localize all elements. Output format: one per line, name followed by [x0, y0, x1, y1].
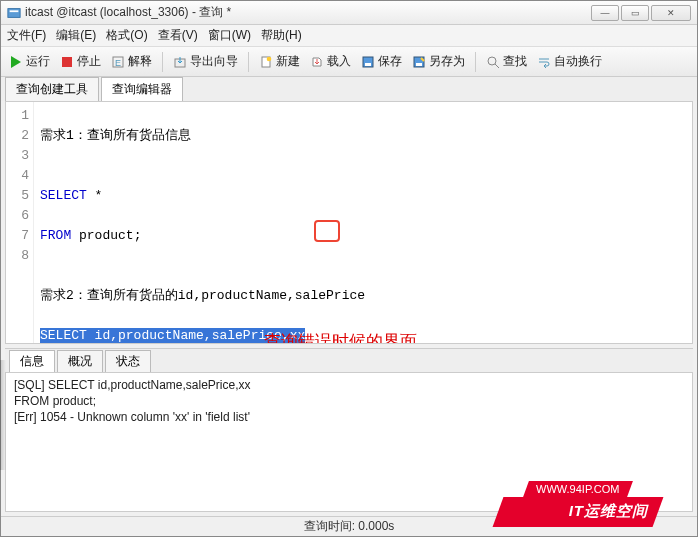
titlebar: itcast @itcast (localhost_3306) - 查询 * —… — [1, 1, 697, 25]
svg-rect-10 — [365, 63, 371, 66]
search-icon — [486, 55, 500, 69]
saveas-icon — [412, 55, 426, 69]
query-time: 查询时间: 0.000s — [304, 518, 395, 535]
explain-icon: E — [111, 55, 125, 69]
tab-info[interactable]: 信息 — [9, 350, 55, 372]
run-button[interactable]: 运行 — [5, 51, 54, 72]
new-button[interactable]: 新建 — [255, 51, 304, 72]
new-icon — [259, 55, 273, 69]
svg-text:E: E — [115, 58, 121, 68]
line-gutter: 12345678 — [6, 102, 34, 343]
code-line: SELECT id,productName,salePrice,xx — [40, 326, 686, 343]
app-icon — [7, 6, 21, 20]
menu-view[interactable]: 查看(V) — [158, 27, 198, 44]
watermark-brand: IT运维空间 — [498, 497, 658, 527]
code-line: 需求2：查询所有货品的id,productName,salePrice — [40, 286, 686, 306]
code-area[interactable]: 需求1：查询所有货品信息 SELECT * FROM product; 需求2：… — [34, 102, 692, 343]
load-button[interactable]: 载入 — [306, 51, 355, 72]
code-line: FROM product; — [40, 226, 686, 246]
code-line: SELECT * — [40, 186, 686, 206]
svg-line-14 — [495, 64, 499, 68]
menu-window[interactable]: 窗口(W) — [208, 27, 251, 44]
svg-marker-2 — [11, 56, 21, 68]
wrap-icon — [537, 55, 551, 69]
menu-file[interactable]: 文件(F) — [7, 27, 46, 44]
minimize-button[interactable]: — — [591, 5, 619, 21]
save-button[interactable]: 保存 — [357, 51, 406, 72]
svg-point-13 — [488, 57, 496, 65]
svg-rect-12 — [416, 63, 422, 66]
export-icon — [173, 55, 187, 69]
menu-help[interactable]: 帮助(H) — [261, 27, 302, 44]
menu-format[interactable]: 格式(O) — [106, 27, 147, 44]
code-line: 需求1：查询所有货品信息 — [40, 126, 686, 146]
menubar: 文件(F) 编辑(E) 格式(O) 查看(V) 窗口(W) 帮助(H) — [1, 25, 697, 47]
save-icon — [361, 55, 375, 69]
svg-rect-3 — [62, 57, 72, 67]
stop-icon — [60, 55, 74, 69]
output-line: [SQL] SELECT id,productName,salePrice,xx — [14, 377, 684, 393]
autowrap-button[interactable]: 自动换行 — [533, 51, 606, 72]
play-icon — [9, 55, 23, 69]
tab-profile[interactable]: 概况 — [57, 350, 103, 372]
toolbar: 运行 停止 E解释 导出向导 新建 载入 保存 另存为 查找 自动换行 — [1, 47, 697, 77]
stop-button[interactable]: 停止 — [56, 51, 105, 72]
watermark-url: WWW.94IP.COM — [524, 481, 633, 497]
sql-editor[interactable]: 12345678 需求1：查询所有货品信息 SELECT * FROM prod… — [5, 101, 693, 344]
editor-tabs: 查询创建工具 查询编辑器 — [1, 77, 697, 101]
svg-rect-0 — [8, 8, 20, 17]
load-icon — [310, 55, 324, 69]
export-button[interactable]: 导出向导 — [169, 51, 242, 72]
explain-button[interactable]: E解释 — [107, 51, 156, 72]
output-line: FROM product; — [14, 393, 684, 409]
tab-editor[interactable]: 查询编辑器 — [101, 77, 183, 101]
svg-point-8 — [267, 56, 272, 61]
close-button[interactable]: ✕ — [651, 5, 691, 21]
tab-builder[interactable]: 查询创建工具 — [5, 77, 99, 101]
svg-rect-1 — [10, 10, 19, 12]
tab-status[interactable]: 状态 — [105, 350, 151, 372]
window-title: itcast @itcast (localhost_3306) - 查询 * — [25, 4, 591, 21]
result-tabs: 信息 概况 状态 — [5, 348, 693, 372]
output-line: [Err] 1054 - Unknown column 'xx' in 'fie… — [14, 409, 684, 425]
find-button[interactable]: 查找 — [482, 51, 531, 72]
menu-edit[interactable]: 编辑(E) — [56, 27, 96, 44]
saveas-button[interactable]: 另存为 — [408, 51, 469, 72]
maximize-button[interactable]: ▭ — [621, 5, 649, 21]
